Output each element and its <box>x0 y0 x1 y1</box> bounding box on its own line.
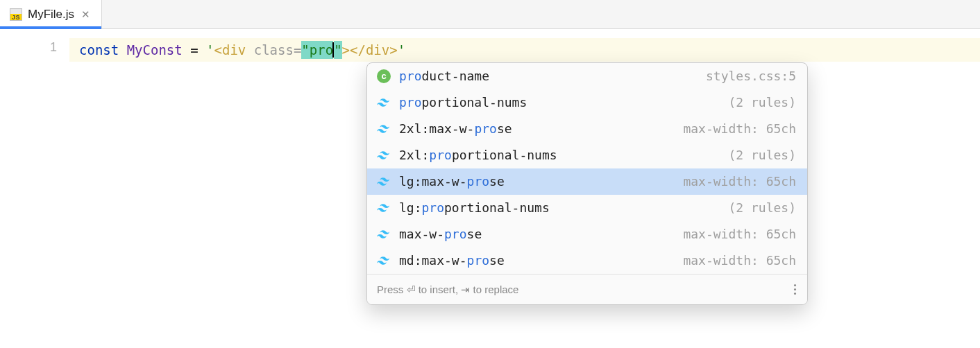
completion-label: 2xl:max-w-prose <box>399 121 512 137</box>
tailwind-icon <box>377 177 391 186</box>
tab-filename: MyFile.js <box>28 8 74 21</box>
completion-item[interactable]: proportional-nums(2 rules) <box>367 89 807 116</box>
completion-item[interactable]: 2xl:max-w-prosemax-width: 65ch <box>367 116 807 142</box>
tailwind-icon <box>377 201 391 215</box>
tailwind-icon <box>377 98 391 107</box>
completion-label: max-w-prose <box>399 226 482 243</box>
more-options-icon[interactable] <box>791 281 799 297</box>
code-area[interactable]: const MyConst = '<div class="pro"></div>… <box>69 29 980 348</box>
footer-hint: Press ⏎ to insert, ⇥ to replace <box>377 284 518 296</box>
completion-meta: max-width: 65ch <box>683 173 796 190</box>
code-line[interactable]: const MyConst = '<div class="pro"></div>… <box>69 38 980 62</box>
css-class-icon: c <box>377 69 391 83</box>
line-number: 1 <box>0 40 57 55</box>
tailwind-icon <box>377 203 391 213</box>
completion-item[interactable]: cproduct-namestyles.css:5 <box>367 63 807 89</box>
completion-meta: styles.css:5 <box>706 68 796 85</box>
completion-meta: max-width: 65ch <box>683 226 796 243</box>
tailwind-icon <box>377 150 391 160</box>
token-equals: = <box>183 42 206 58</box>
token-html-open: <div <box>214 42 254 58</box>
completion-label: 2xl:proportional-nums <box>399 147 557 164</box>
completion-item[interactable]: md:max-w-prosemax-width: 65ch <box>367 247 807 274</box>
token-quote1: " <box>301 41 309 59</box>
tab-bar: MyFile.js ✕ <box>0 0 980 29</box>
tailwind-icon <box>377 148 391 162</box>
tailwind-icon <box>377 175 391 189</box>
completion-footer: Press ⏎ to insert, ⇥ to replace <box>367 274 807 304</box>
token-quote-close: ' <box>398 42 405 58</box>
completion-meta: (2 rules) <box>728 94 796 111</box>
token-identifier: MyConst <box>127 42 183 58</box>
completion-label: md:max-w-prose <box>399 252 505 269</box>
completion-label: lg:max-w-prose <box>399 173 505 190</box>
token-keyword: const <box>79 42 119 58</box>
js-file-icon <box>10 8 22 21</box>
completion-meta: max-width: 65ch <box>683 252 796 269</box>
completion-label: product-name <box>399 68 489 85</box>
editor-window: MyFile.js ✕ 1 const MyConst = '<div clas… <box>0 0 980 348</box>
gutter: 1 <box>0 29 69 348</box>
completion-item[interactable]: lg:proportional-nums(2 rules) <box>367 195 807 221</box>
tailwind-icon <box>377 229 391 239</box>
tailwind-icon <box>377 122 391 136</box>
token-attr: class= <box>254 42 302 58</box>
completion-item[interactable]: max-w-prosemax-width: 65ch <box>367 221 807 247</box>
close-icon[interactable]: ✕ <box>80 8 92 21</box>
tailwind-icon <box>377 124 391 134</box>
completion-item[interactable]: lg:max-w-prosemax-width: 65ch <box>367 168 807 195</box>
file-tab[interactable]: MyFile.js ✕ <box>0 0 102 28</box>
completion-meta: (2 rules) <box>728 200 796 216</box>
completion-list: cproduct-namestyles.css:5proportional-nu… <box>367 63 807 274</box>
tailwind-icon <box>377 96 391 110</box>
token-quote-open: ' <box>206 42 214 58</box>
completion-label: proportional-nums <box>399 94 527 111</box>
token-typed: pro <box>310 41 333 59</box>
completion-item[interactable]: 2xl:proportional-nums(2 rules) <box>367 142 807 168</box>
token-html-close: ></div> <box>342 42 398 58</box>
completion-meta: max-width: 65ch <box>683 121 796 137</box>
completion-popup[interactable]: cproduct-namestyles.css:5proportional-nu… <box>366 62 808 305</box>
completion-meta: (2 rules) <box>728 147 796 164</box>
tailwind-icon <box>377 254 391 268</box>
tailwind-icon <box>377 227 391 241</box>
tailwind-icon <box>377 256 391 266</box>
editor-body: 1 const MyConst = '<div class="pro"></di… <box>0 29 980 348</box>
token-quote2: " <box>334 41 341 59</box>
completion-label: lg:proportional-nums <box>399 200 550 216</box>
